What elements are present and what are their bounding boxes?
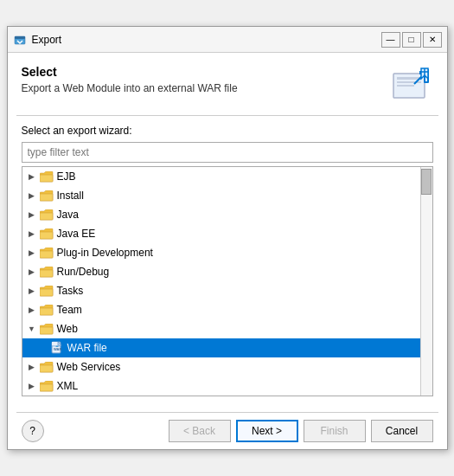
tree-item-plugin[interactable]: ▶ Plug-in Development [22,243,432,262]
expand-arrow-team[interactable]: ▶ [26,304,38,316]
tree-item-web[interactable]: ▼ Web [22,319,432,338]
header-heading: Select [22,65,238,79]
folder-icon-rundebug [40,266,54,278]
next-button[interactable]: Next > [236,420,298,442]
expand-arrow-tasks[interactable]: ▶ [26,285,38,297]
folder-icon-tasks [40,285,54,297]
svg-rect-12 [40,270,53,277]
svg-rect-7 [40,175,53,182]
titlebar: Export — □ ✕ [8,27,447,53]
folder-icon-install [40,190,54,202]
back-button[interactable]: < Back [169,420,231,442]
expand-arrow-plugin[interactable]: ▶ [26,247,38,259]
folder-icon-team [40,304,54,316]
tree-label-rundebug: Run/Debug [57,266,110,278]
expand-arrow-web[interactable]: ▼ [26,323,38,335]
folder-icon-webservices [40,361,54,373]
folder-icon-xml [40,380,54,392]
scrollbar-thumb[interactable] [421,169,432,195]
svg-rect-19 [40,365,53,372]
svg-rect-5 [397,85,414,87]
dialog-header: Select Export a Web Module into an exter… [8,53,447,115]
help-button[interactable]: ? [22,420,44,442]
tree-label-ejb: EJB [57,170,76,183]
filter-input[interactable] [22,142,433,163]
tree-item-team[interactable]: ▶ Team [22,300,432,319]
window-title: Export [32,34,376,46]
expand-arrow-ejb[interactable]: ▶ [26,170,38,183]
tree-label-java: Java [57,209,79,221]
folder-icon-java [40,209,54,221]
tree-container[interactable]: ▶ EJB ▶ Install [22,166,433,396]
svg-text:WAR: WAR [54,347,61,351]
minimize-button[interactable]: — [381,32,400,48]
svg-rect-1 [15,36,25,39]
expand-arrow-xml[interactable]: ▶ [26,380,38,392]
svg-rect-11 [40,251,53,258]
footer: ? < Back Next > Finish Cancel [8,413,447,449]
svg-rect-10 [40,232,53,239]
export-dialog: Export — □ ✕ Select Export a Web Module … [7,26,448,450]
expand-arrow-java[interactable]: ▶ [26,209,38,221]
header-description: Export a Web Module into an external WAR… [22,82,238,94]
tree-label-webservices: Web Services [57,361,121,373]
tree-item-warfile[interactable]: WAR WAR file [22,338,432,357]
folder-icon-ejb [40,170,54,183]
footer-buttons: < Back Next > Finish Cancel [169,420,433,442]
expand-arrow-install[interactable]: ▶ [26,190,38,202]
svg-rect-17 [52,342,58,345]
svg-rect-8 [40,194,53,201]
expand-arrow-rundebug[interactable]: ▶ [26,266,38,278]
app-icon [13,33,27,47]
window-controls: — □ ✕ [381,32,442,48]
wizard-label: Select an export wizard: [22,125,433,137]
tree-item-java[interactable]: ▶ Java [22,205,432,224]
svg-rect-20 [40,384,53,391]
close-button[interactable]: ✕ [423,32,442,48]
svg-rect-3 [397,77,421,80]
folder-icon-plugin [40,247,54,259]
tree-label-team: Team [57,304,82,316]
maximize-button[interactable]: □ [402,32,421,48]
folder-icon-web [40,323,54,335]
svg-rect-9 [40,213,53,220]
folder-icon-javaee [40,228,54,240]
svg-rect-14 [40,308,53,315]
svg-rect-15 [40,327,53,334]
tree-label-install: Install [57,190,84,202]
tree-label-web: Web [57,323,78,335]
tree-item-webservices[interactable]: ▶ Web Services [22,357,432,376]
svg-rect-13 [40,289,53,296]
tree-label-tasks: Tasks [57,285,84,297]
finish-button[interactable]: Finish [304,420,366,442]
scrollbar-track[interactable] [420,167,432,396]
tree-label-warfile: WAR file [67,342,107,354]
tree-item-javaee[interactable]: ▶ Java EE [22,224,432,243]
tree-item-xml[interactable]: ▶ XML [22,376,432,396]
export-icon [388,65,433,106]
war-file-icon: WAR [50,341,64,355]
tree-label-xml: XML [57,380,79,392]
header-text: Select Export a Web Module into an exter… [22,65,238,94]
tree-item-tasks[interactable]: ▶ Tasks [22,281,432,300]
tree-label-javaee: Java EE [57,228,96,240]
content-area: Select an export wizard: ▶ EJB ▶ [8,116,447,405]
expand-arrow-webservices[interactable]: ▶ [26,361,38,373]
tree-label-plugin: Plug-in Development [57,247,153,259]
expand-arrow-javaee[interactable]: ▶ [26,228,38,240]
tree-item-ejb[interactable]: ▶ EJB [22,167,432,186]
cancel-button[interactable]: Cancel [371,420,433,442]
footer-left: ? [22,420,163,442]
tree-item-rundebug[interactable]: ▶ Run/Debug [22,262,432,281]
tree-item-install[interactable]: ▶ Install [22,186,432,205]
